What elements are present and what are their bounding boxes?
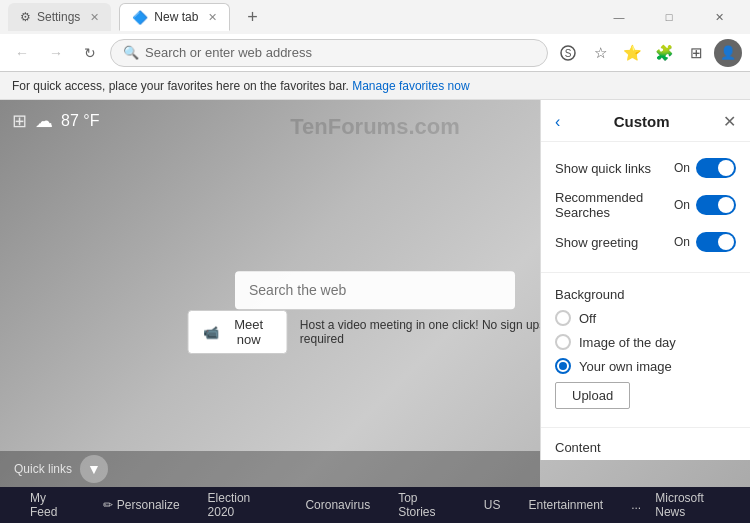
newtab-tab-icon: 🔷 — [132, 10, 148, 25]
panel-close-button[interactable]: ✕ — [723, 112, 736, 131]
nav-more[interactable]: ... — [617, 487, 655, 523]
background-section: Background Off Image of the day — [541, 277, 750, 423]
nav-us[interactable]: US — [470, 487, 515, 523]
tab-newtab-tab[interactable]: 🔷 New tab ✕ — [119, 3, 230, 31]
quick-links-expand[interactable]: ▼ — [80, 455, 108, 483]
search-input[interactable] — [235, 271, 515, 309]
refresh-button[interactable]: ↻ — [76, 39, 104, 67]
meet-now-area: 📹 Meet now Host a video meeting in one c… — [188, 310, 563, 354]
newtab-tab-close[interactable]: ✕ — [208, 11, 217, 24]
nav-election[interactable]: Election 2020 — [194, 487, 292, 523]
star-icon[interactable]: ☆ — [586, 39, 614, 67]
nav-entertainment[interactable]: Entertainment — [514, 487, 617, 523]
search-box — [235, 271, 515, 309]
meet-now-description: Host a video meeting in one click! No si… — [300, 318, 563, 346]
recommended-searches-on-text: On — [674, 198, 690, 212]
favorites-bar: For quick access, place your favorites h… — [0, 72, 750, 100]
show-quick-links-row: Show quick links On — [555, 152, 736, 184]
manage-favorites-link[interactable]: Manage favorites now — [352, 79, 469, 93]
close-button[interactable]: ✕ — [696, 0, 742, 34]
weather-widget: ⊞ ☁ 87 °F — [12, 110, 99, 132]
forward-button[interactable]: → — [42, 39, 70, 67]
new-tab-page: ⊞ ☁ 87 °F ⚙ TenForums.com 📹 Meet now — [0, 100, 750, 487]
weather-temperature: 87 °F — [61, 112, 99, 130]
title-bar: ⚙ Settings ✕ 🔷 New tab ✕ + — □ ✕ — [0, 0, 750, 34]
nav-personalize[interactable]: ✏ Personalize — [89, 487, 194, 523]
background-own-image-label: Your own image — [579, 359, 672, 374]
background-image-day-radio[interactable] — [555, 334, 571, 350]
window-controls: — □ ✕ — [596, 0, 742, 34]
show-quick-links-toggle-container: On — [674, 158, 736, 178]
meet-now-button[interactable]: 📹 Meet now — [188, 310, 288, 354]
show-greeting-toggle[interactable] — [696, 232, 736, 252]
browser-window: ⚙ Settings ✕ 🔷 New tab ✕ + — □ ✕ — [0, 0, 750, 523]
weather-icon: ☁ — [35, 110, 53, 132]
custom-panel: ‹ Custom ✕ Show quick links On — [540, 100, 750, 460]
upload-button[interactable]: Upload — [555, 382, 630, 409]
settings-tab-close[interactable]: ✕ — [90, 11, 99, 24]
address-text: Search or enter web address — [145, 45, 312, 60]
background-own-image-radio[interactable] — [555, 358, 571, 374]
background-radio-group: Off Image of the day Your own image — [555, 310, 736, 374]
address-input[interactable]: 🔍 Search or enter web address — [110, 39, 548, 67]
new-tab-background: ⊞ ☁ 87 °F ⚙ TenForums.com 📹 Meet now — [0, 100, 750, 487]
settings-tab-icon: ⚙ — [20, 10, 31, 24]
background-image-day-label: Image of the day — [579, 335, 676, 350]
content-heading: Content — [555, 440, 736, 455]
panel-header: ‹ Custom ✕ — [541, 100, 750, 142]
settings-tab-label: Settings — [37, 10, 80, 24]
background-own-image-row[interactable]: Your own image — [555, 358, 736, 374]
show-greeting-row: Show greeting On — [555, 226, 736, 258]
meet-now-label: Meet now — [225, 317, 273, 347]
background-off-row[interactable]: Off — [555, 310, 736, 326]
recommended-searches-toggle-container: On — [674, 195, 736, 215]
video-icon: 📹 — [203, 325, 219, 340]
nav-my-feed[interactable]: My Feed — [16, 487, 89, 523]
show-greeting-toggle-container: On — [674, 232, 736, 252]
split-screen-icon[interactable]: ⊞ — [682, 39, 710, 67]
show-quick-links-label: Show quick links — [555, 161, 651, 176]
content-area: ⊞ ☁ 87 °F ⚙ TenForums.com 📹 Meet now — [0, 100, 750, 523]
favorites-icon[interactable]: S — [554, 39, 582, 67]
panel-title: Custom — [614, 113, 670, 130]
nav-coronavirus[interactable]: Coronavirus — [291, 487, 384, 523]
content-section: Content Headings only ▼ — [541, 432, 750, 460]
collections-icon[interactable]: ⭐ — [618, 39, 646, 67]
background-off-label: Off — [579, 311, 596, 326]
newtab-tab-label: New tab — [154, 10, 198, 24]
background-image-day-row[interactable]: Image of the day — [555, 334, 736, 350]
watermark: TenForums.com — [290, 114, 460, 140]
nav-top-stories[interactable]: Top Stories — [384, 487, 470, 523]
back-button[interactable]: ← — [8, 39, 36, 67]
profile-avatar[interactable]: 👤 — [714, 39, 742, 67]
show-quick-links-on-text: On — [674, 161, 690, 175]
new-tab-button[interactable]: + — [238, 3, 266, 31]
favorites-text: For quick access, place your favorites h… — [12, 79, 349, 93]
show-quick-links-toggle[interactable] — [696, 158, 736, 178]
extensions-icon[interactable]: 🧩 — [650, 39, 678, 67]
maximize-button[interactable]: □ — [646, 0, 692, 34]
tab-settings-tab[interactable]: ⚙ Settings ✕ — [8, 3, 111, 31]
show-greeting-label: Show greeting — [555, 235, 638, 250]
panel-back-button[interactable]: ‹ — [555, 113, 560, 131]
pencil-icon: ✏ — [103, 498, 113, 512]
panel-toggles-section: Show quick links On Recommended Searches… — [541, 142, 750, 268]
toolbar-icons: S ☆ ⭐ 🧩 ⊞ 👤 — [554, 39, 742, 67]
show-greeting-on-text: On — [674, 235, 690, 249]
grid-icon[interactable]: ⊞ — [12, 110, 27, 132]
divider-2 — [541, 427, 750, 428]
quick-links-bar: Quick links ▼ — [0, 451, 540, 487]
recommended-searches-label: Recommended Searches — [555, 190, 674, 220]
svg-text:S: S — [565, 48, 572, 59]
address-bar: ← → ↻ 🔍 Search or enter web address S ☆ … — [0, 34, 750, 72]
background-off-radio[interactable] — [555, 310, 571, 326]
minimize-button[interactable]: — — [596, 0, 642, 34]
microsoft-news-brand: Microsoft News — [655, 491, 734, 519]
bottom-nav: My Feed ✏ Personalize Election 2020 Coro… — [0, 487, 750, 523]
recommended-searches-row: Recommended Searches On — [555, 184, 736, 226]
divider-1 — [541, 272, 750, 273]
recommended-searches-toggle[interactable] — [696, 195, 736, 215]
background-heading: Background — [555, 287, 736, 302]
quick-links-label: Quick links — [14, 462, 72, 476]
